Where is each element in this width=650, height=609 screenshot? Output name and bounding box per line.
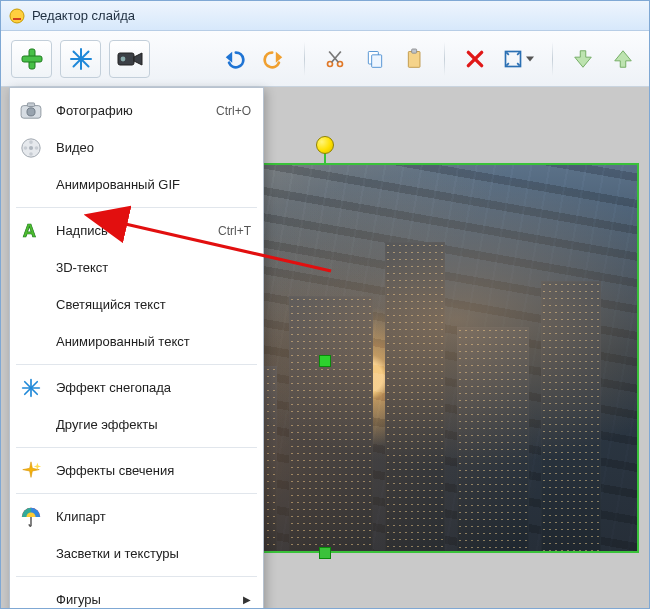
menu-item-label: Анимированный текст [56, 334, 251, 349]
svg-marker-26 [615, 50, 632, 67]
menu-item-animated-text[interactable]: Анимированный текст [10, 323, 263, 360]
menu-item-label: Другие эффекты [56, 417, 251, 432]
toolbar-separator [304, 42, 305, 76]
menu-item-label: Светящийся текст [56, 297, 251, 312]
svg-point-33 [35, 146, 39, 150]
svg-rect-19 [408, 51, 420, 67]
menu-item-label: Клипарт [56, 509, 251, 524]
text-a-icon: A [16, 220, 46, 242]
toolbar-separator [444, 42, 445, 76]
menu-item-gif[interactable]: Анимированный GIF [10, 166, 263, 203]
add-menu: Фотографию Ctrl+O Видео Анимированный GI… [9, 87, 264, 609]
menu-item-label: Надпись [56, 223, 208, 238]
center-handle[interactable] [319, 355, 331, 367]
svg-marker-12 [276, 51, 282, 62]
menu-item-glowing-text[interactable]: Светящийся текст [10, 286, 263, 323]
menu-item-clipart[interactable]: Клипарт [10, 498, 263, 535]
arrow-down-icon [572, 48, 594, 70]
undo-button[interactable] [219, 40, 251, 78]
nudge-up-button[interactable] [607, 40, 639, 78]
rotation-handle[interactable] [316, 136, 334, 154]
effects-button[interactable] [60, 40, 101, 78]
delete-icon [465, 49, 485, 69]
menu-item-label: Эффекты свечения [56, 463, 251, 478]
menu-item-shortcut: Ctrl+T [218, 224, 251, 238]
titlebar: Редактор слайда [1, 1, 649, 31]
menu-item-glow-effects[interactable]: Эффекты свечения [10, 452, 263, 489]
svg-point-0 [10, 9, 24, 23]
menu-item-label: 3D-текст [56, 260, 251, 275]
snowflake-icon [16, 378, 46, 398]
menu-item-label: Видео [56, 140, 251, 155]
menu-item-label: Анимированный GIF [56, 177, 251, 192]
menu-item-other-effects[interactable]: Другие эффекты [10, 406, 263, 443]
menu-item-caption[interactable]: A Надпись Ctrl+T [10, 212, 263, 249]
svg-marker-11 [226, 51, 232, 62]
delete-button[interactable] [459, 40, 491, 78]
menu-separator [16, 576, 257, 577]
paste-button[interactable] [399, 40, 431, 78]
menu-item-label: Фигуры [56, 592, 233, 607]
svg-text:A: A [23, 220, 36, 241]
photo-icon [16, 102, 46, 120]
menu-item-photo[interactable]: Фотографию Ctrl+O [10, 92, 263, 129]
add-button[interactable] [11, 40, 52, 78]
svg-point-35 [24, 146, 28, 150]
svg-marker-24 [526, 56, 534, 61]
menu-item-shortcut: Ctrl+O [216, 104, 251, 118]
fullscreen-button[interactable] [499, 40, 538, 78]
svg-point-28 [27, 107, 35, 115]
menu-item-label: Фотографию [56, 103, 206, 118]
copy-icon [365, 49, 385, 69]
svg-marker-9 [134, 53, 142, 65]
add-icon [20, 47, 44, 71]
svg-point-32 [29, 140, 33, 144]
svg-rect-20 [411, 49, 416, 53]
cut-button[interactable] [319, 40, 351, 78]
umbrella-icon [16, 506, 46, 528]
paste-icon [405, 48, 425, 70]
main-toolbar [1, 31, 649, 87]
menu-item-shapes[interactable]: Фигуры ▶ [10, 581, 263, 609]
svg-rect-18 [371, 54, 381, 67]
svg-rect-29 [27, 102, 34, 106]
menu-separator [16, 364, 257, 365]
window-title: Редактор слайда [32, 8, 135, 23]
menu-item-3d-text[interactable]: 3D-текст [10, 249, 263, 286]
svg-rect-8 [118, 53, 134, 65]
camera-button[interactable] [109, 40, 150, 78]
menu-separator [16, 493, 257, 494]
nudge-down-button[interactable] [567, 40, 599, 78]
cut-icon [325, 49, 345, 69]
redo-icon [263, 48, 285, 70]
submenu-arrow-icon: ▶ [243, 594, 251, 605]
svg-rect-1 [13, 18, 21, 20]
svg-marker-41 [23, 461, 40, 477]
svg-marker-25 [575, 50, 592, 67]
resize-handle-bottom[interactable] [319, 547, 331, 559]
app-icon [9, 8, 25, 24]
svg-rect-3 [22, 56, 42, 62]
menu-item-snowfall[interactable]: Эффект снегопада [10, 369, 263, 406]
menu-item-label: Засветки и текстуры [56, 546, 251, 561]
redo-button[interactable] [258, 40, 290, 78]
menu-separator [16, 447, 257, 448]
menu-item-flares-textures[interactable]: Засветки и текстуры [10, 535, 263, 572]
svg-point-34 [29, 152, 33, 156]
fullscreen-icon [503, 49, 523, 69]
toolbar-separator [552, 42, 553, 76]
film-icon [16, 137, 46, 159]
copy-button[interactable] [359, 40, 391, 78]
menu-item-label: Эффект снегопада [56, 380, 251, 395]
svg-point-31 [29, 145, 33, 149]
menu-item-video[interactable]: Видео [10, 129, 263, 166]
menu-separator [16, 207, 257, 208]
slide-editor-window: Редактор слайда [0, 0, 650, 609]
camera-icon [117, 49, 143, 69]
undo-icon [223, 48, 245, 70]
snowflake-icon [69, 47, 93, 71]
chevron-down-icon [526, 55, 534, 63]
arrow-up-icon [612, 48, 634, 70]
sparkle-icon [16, 460, 46, 482]
svg-point-10 [120, 56, 125, 61]
